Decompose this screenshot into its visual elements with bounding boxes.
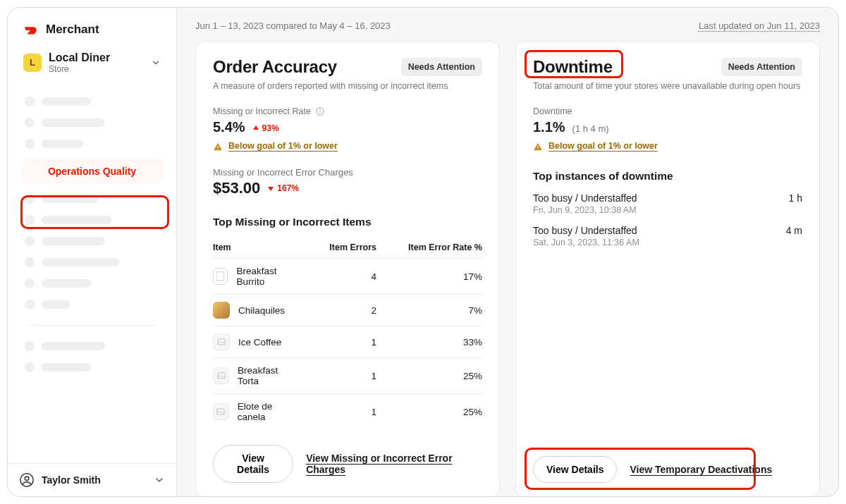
nav-skeleton-row: [16, 188, 168, 209]
item-thumbnail: [213, 403, 229, 420]
item-name: Elote de canela: [238, 401, 299, 422]
svg-point-1: [25, 477, 29, 481]
col-errors: Item Errors: [299, 242, 376, 252]
downtime-subtitle: Total amount of time your stores were un…: [533, 81, 802, 91]
store-picker[interactable]: L Local Diner Store: [8, 46, 176, 87]
item-errors: 1: [299, 371, 376, 381]
nav-skeleton-row: [16, 273, 168, 294]
svg-rect-11: [537, 148, 538, 149]
user-icon: [19, 472, 35, 488]
item-error-rate: 25%: [376, 407, 482, 417]
nav-skeleton-row: [16, 294, 168, 315]
table-row[interactable]: Chilaquiles 2 7%: [213, 294, 482, 326]
downtime-instance[interactable]: Too busy / Understaffed Fri, Jun 9, 2023…: [533, 192, 802, 215]
nav-skeleton-row: [16, 112, 168, 133]
downtime-reason: Too busy / Understaffed: [533, 192, 789, 204]
downtime-card: Downtime Needs Attention Total amount of…: [515, 41, 820, 496]
chevron-down-icon: [151, 58, 161, 68]
image-placeholder-icon: [216, 407, 226, 417]
info-icon[interactable]: [315, 106, 325, 116]
table-row[interactable]: Breakfast Burrito 4 17%: [213, 258, 482, 294]
arrow-down-icon: [267, 185, 274, 192]
downtime-reason: Too busy / Understaffed: [533, 225, 786, 236]
nav-skeleton-row: [16, 91, 168, 112]
downtime-duration: (1 h 4 m): [572, 123, 609, 134]
user-name: Taylor Smith: [42, 474, 101, 486]
brand-name: Merchant: [46, 23, 99, 37]
view-details-button[interactable]: View Details: [533, 456, 617, 483]
nav-skeleton-row: [16, 209, 168, 231]
item-thumbnail: [213, 333, 230, 350]
downtime-title: Downtime: [533, 57, 613, 77]
item-error-rate: 33%: [376, 337, 482, 348]
item-errors: 4: [299, 271, 376, 282]
view-temp-deactivations-link[interactable]: View Temporary Deactivations: [630, 464, 772, 475]
item-thumbnail: [213, 367, 229, 384]
downtime-value: 1.1%: [533, 119, 565, 135]
charges-label: Missing or Incorrect Error Charges: [213, 167, 482, 178]
date-range: Jun 1 – 13, 2023 compared to May 4 – 16,…: [195, 20, 391, 31]
item-thumbnail: [213, 268, 228, 285]
status-badge: Needs Attention: [401, 58, 482, 76]
item-errors: 2: [299, 305, 376, 316]
store-name: Local Diner: [49, 51, 110, 64]
sidebar: Merchant L Local Diner Store Operations …: [8, 8, 177, 496]
view-details-button[interactable]: View Details: [213, 445, 293, 483]
svg-rect-9: [217, 409, 225, 414]
sidebar-nav: Operations Quality: [8, 87, 176, 378]
last-updated: Last updated on Jun 11, 2023: [699, 20, 820, 31]
nav-skeleton-row: [16, 357, 168, 378]
goal-warning[interactable]: Below goal of 1% or lower: [213, 141, 482, 152]
order-accuracy-subtitle: A measure of orders reported with missin…: [213, 81, 482, 91]
topbar: Jun 1 – 13, 2023 compared to May 4 – 16,…: [195, 20, 820, 31]
col-error-rate: Item Error Rate %: [376, 242, 482, 252]
goal-warning[interactable]: Below goal of 1% or lower: [533, 141, 802, 152]
nav-item-operations-quality[interactable]: Operations Quality: [20, 159, 164, 184]
image-placeholder-icon: [216, 371, 226, 381]
svg-rect-4: [319, 111, 320, 113]
doordash-logo-icon: [23, 22, 39, 37]
missing-rate-value: 5.4%: [213, 119, 245, 135]
item-error-rate: 7%: [376, 305, 482, 316]
item-error-rate: 17%: [376, 271, 482, 282]
warning-icon: [213, 142, 223, 152]
downtime-instance[interactable]: Too busy / Understaffed Sat, Jun 3, 2023…: [533, 225, 802, 247]
chevron-down-icon: [154, 474, 165, 486]
arrow-up-icon: [252, 125, 259, 132]
brand: Merchant: [8, 8, 176, 46]
missing-rate-label: Missing or Incorrect Rate: [213, 106, 311, 116]
downtime-duration: 4 m: [786, 225, 802, 236]
svg-rect-7: [218, 339, 226, 345]
nav-skeleton-row: [16, 252, 168, 273]
view-error-charges-link[interactable]: View Missing or Incorrect Error Charges: [306, 453, 482, 475]
store-subtitle: Store: [49, 64, 110, 74]
downtime-when: Sat, Jun 3, 2023, 11:36 AM: [533, 238, 786, 247]
svg-rect-6: [217, 148, 218, 149]
item-name: Chilaquiles: [238, 305, 285, 316]
order-accuracy-title: Order Accuracy: [213, 57, 337, 77]
downtime-label: Downtime: [533, 106, 572, 116]
svg-rect-10: [537, 145, 538, 148]
item-errors: 1: [299, 407, 376, 417]
table-row[interactable]: Breakfast Torta 1 25%: [213, 357, 482, 393]
missing-rate-delta: 93%: [252, 123, 279, 133]
table-row[interactable]: Ice Coffee 1 33%: [213, 326, 482, 357]
user-menu[interactable]: Taylor Smith: [8, 463, 176, 496]
store-avatar: L: [23, 54, 42, 72]
item-name: Ice Coffee: [238, 337, 281, 348]
svg-point-3: [319, 109, 320, 110]
svg-rect-5: [217, 145, 218, 148]
nav-skeleton-row: [16, 231, 168, 252]
table-row[interactable]: Elote de canela 1 25%: [213, 393, 482, 429]
main-content: Jun 1 – 13, 2023 compared to May 4 – 16,…: [177, 8, 838, 496]
nav-skeleton-row: [16, 133, 168, 154]
item-error-rate: 25%: [376, 371, 482, 381]
downtime-instances-heading: Top instances of downtime: [533, 170, 802, 183]
top-items-heading: Top Missing or Incorrect Items: [213, 216, 482, 228]
col-item: Item: [213, 242, 299, 252]
charges-value: $53.00: [213, 179, 260, 197]
top-items-table: Item Item Errors Item Error Rate % Break…: [213, 237, 482, 429]
item-name: Breakfast Torta: [238, 365, 299, 386]
downtime-duration: 1 h: [789, 192, 802, 204]
status-badge: Needs Attention: [721, 58, 802, 76]
